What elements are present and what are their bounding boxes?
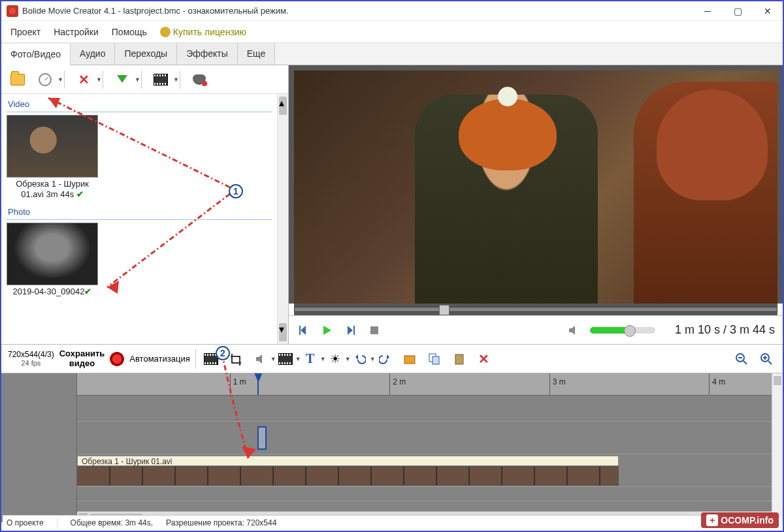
track-empty-1[interactable] bbox=[77, 396, 772, 422]
video-section-label: Video bbox=[7, 97, 272, 112]
tool-delete-button[interactable]: ✕ bbox=[474, 349, 494, 369]
preview-panel: 1 m 10 s / 3 m 44 s bbox=[289, 65, 783, 344]
ruler-mark: 3 m bbox=[549, 373, 566, 395]
tab-photo-video[interactable]: Фото/Видео bbox=[1, 44, 71, 65]
media-tabs: Фото/Видео Аудио Переходы Эффекты Еще bbox=[1, 43, 783, 65]
minimize-button[interactable]: ─ bbox=[693, 1, 723, 21]
download-button[interactable]: ▼ bbox=[110, 69, 135, 91]
media-panel: ▼ ✕▼ ▼ ▼ Video Обрезка 1 - Шурик 01.avi … bbox=[1, 65, 289, 344]
tool-brightness-button[interactable]: ☀▼ bbox=[325, 349, 345, 369]
svg-rect-5 bbox=[370, 326, 378, 334]
photo-thumbnail bbox=[7, 223, 98, 285]
add-file-button[interactable] bbox=[5, 69, 30, 91]
video-clip-item[interactable]: Обрезка 1 - Шурик 01.avi 3m 44s ✔ bbox=[7, 115, 98, 202]
track-video[interactable]: 🔇 ⏷ ✕ Обрезка 1 - Шурик 01.avi bbox=[77, 454, 772, 487]
x-icon: ✕ bbox=[478, 351, 489, 367]
timeline-track-headers bbox=[1, 373, 77, 522]
media-toolbar: ▼ ✕▼ ▼ ▼ bbox=[1, 65, 288, 94]
clock-icon bbox=[39, 73, 52, 86]
photo-label: 2019-04-30_09042✔ bbox=[7, 285, 98, 298]
menu-settings[interactable]: Настройки bbox=[47, 23, 105, 41]
delete-button[interactable]: ✕▼ bbox=[71, 69, 96, 91]
svg-marker-2 bbox=[323, 326, 331, 335]
tool-redo-button[interactable] bbox=[375, 349, 395, 369]
webcam-icon bbox=[193, 74, 206, 85]
video-frame bbox=[294, 70, 777, 304]
separator bbox=[64, 70, 65, 89]
svg-marker-0 bbox=[301, 326, 306, 335]
window-title: Bolide Movie Creator 4.1 - lastproject.b… bbox=[22, 6, 693, 16]
status-resolution: Разрешение проекта: 720x544 bbox=[166, 518, 276, 527]
statusbar: О проекте Общее время: 3m 44s, Разрешени… bbox=[3, 515, 781, 529]
svg-rect-10 bbox=[404, 356, 415, 364]
x-icon: ✕ bbox=[78, 72, 90, 87]
svg-rect-13 bbox=[455, 354, 463, 364]
key-icon bbox=[160, 27, 171, 37]
preview-controls: 1 m 10 s / 3 m 44 s bbox=[289, 315, 783, 344]
timeline-v-scrollbar[interactable] bbox=[772, 373, 783, 522]
svg-marker-9 bbox=[387, 354, 389, 360]
media-list: Video Обрезка 1 - Шурик 01.avi 3m 44s ✔ … bbox=[1, 94, 277, 344]
menu-help[interactable]: Помощь bbox=[105, 23, 154, 41]
scroll-down-icon: ▾ bbox=[279, 323, 287, 341]
svg-marker-7 bbox=[256, 354, 262, 364]
download-icon bbox=[117, 75, 127, 88]
media-scrollbar[interactable]: ▴ ▾ bbox=[277, 94, 288, 344]
stop-button[interactable] bbox=[367, 323, 382, 337]
timeline: 1 m 2 m 3 m 4 m 🔇 ⏷ ✕ 🔇 ⏷ ✕ bbox=[1, 373, 783, 522]
timeline-body[interactable]: 1 m 2 m 3 m 4 m 🔇 ⏷ ✕ 🔇 ⏷ ✕ bbox=[77, 373, 772, 522]
tool-zoom-in-button[interactable] bbox=[757, 349, 776, 369]
timeline-clip[interactable]: Обрезка 1 - Шурик 01.avi bbox=[77, 456, 619, 486]
volume-slider[interactable] bbox=[590, 327, 655, 334]
tool-text-button[interactable]: T▼ bbox=[301, 349, 320, 369]
tool-undo-button[interactable]: ▼ bbox=[350, 349, 370, 369]
separator bbox=[103, 70, 103, 89]
menu-buy-license[interactable]: Купить лицензию bbox=[154, 23, 253, 41]
tab-audio[interactable]: Аудио bbox=[71, 43, 116, 65]
preview-scrubber[interactable] bbox=[294, 304, 777, 315]
close-button[interactable]: ✕ bbox=[753, 1, 783, 21]
next-frame-button[interactable] bbox=[344, 323, 358, 337]
menubar: Проект Настройки Помощь Купить лицензию bbox=[1, 21, 783, 43]
play-button[interactable] bbox=[320, 323, 335, 337]
annotation-badge-2: 2 bbox=[216, 346, 230, 360]
track-photo[interactable]: 🔇 ⏷ ✕ bbox=[77, 422, 772, 454]
tab-transitions[interactable]: Переходы bbox=[115, 43, 177, 65]
svg-marker-3 bbox=[348, 326, 353, 335]
svg-marker-6 bbox=[569, 326, 575, 335]
menu-project[interactable]: Проект bbox=[4, 23, 47, 41]
webcam-button[interactable] bbox=[187, 69, 212, 91]
video-clip-label: Обрезка 1 - Шурик 01.avi 3m 44s ✔ bbox=[7, 178, 98, 202]
prev-frame-button[interactable] bbox=[297, 323, 311, 337]
maximize-button[interactable]: ▢ bbox=[723, 1, 753, 21]
scrub-handle[interactable] bbox=[439, 305, 449, 315]
tool-zoom-out-button[interactable] bbox=[732, 349, 751, 369]
timeline-toolbar: 720x544(4/3) 24 fps Сохранитьвидео Автом… bbox=[1, 345, 783, 373]
photo-item[interactable]: 2019-04-30_09042✔ bbox=[7, 223, 98, 298]
clip-filmstrip bbox=[77, 466, 619, 486]
folder-icon bbox=[10, 74, 25, 86]
svg-rect-1 bbox=[299, 326, 301, 335]
ruler-mark: 4 m bbox=[709, 373, 725, 395]
tab-effects[interactable]: Эффекты bbox=[177, 43, 238, 65]
tab-more[interactable]: Еще bbox=[238, 43, 276, 65]
track-spacer: + bbox=[77, 487, 772, 501]
preview-video bbox=[289, 65, 783, 304]
tool-paste-button[interactable] bbox=[449, 349, 469, 369]
tool-snapshot-button[interactable] bbox=[400, 349, 419, 369]
separator bbox=[180, 70, 180, 89]
status-total-time: Общее время: 3m 44s, bbox=[71, 518, 153, 527]
tool-copy-button[interactable] bbox=[425, 349, 444, 369]
recent-button[interactable]: ▼ bbox=[33, 69, 57, 91]
movie-button[interactable]: ▼ bbox=[148, 69, 173, 91]
record-icon[interactable] bbox=[110, 352, 124, 366]
tool-movie-button[interactable]: ▼ bbox=[276, 349, 295, 369]
timeline-ruler[interactable]: 1 m 2 m 3 m 4 m bbox=[77, 373, 772, 396]
tool-volume-button[interactable]: ▼ bbox=[251, 349, 270, 369]
save-video-button[interactable]: Сохранитьвидео bbox=[59, 349, 105, 368]
playhead[interactable] bbox=[257, 373, 259, 395]
automation-button[interactable]: Автоматизация bbox=[129, 354, 189, 364]
video-thumbnail bbox=[7, 115, 98, 178]
volume-icon[interactable] bbox=[566, 323, 581, 337]
status-about[interactable]: О проекте bbox=[7, 518, 57, 527]
